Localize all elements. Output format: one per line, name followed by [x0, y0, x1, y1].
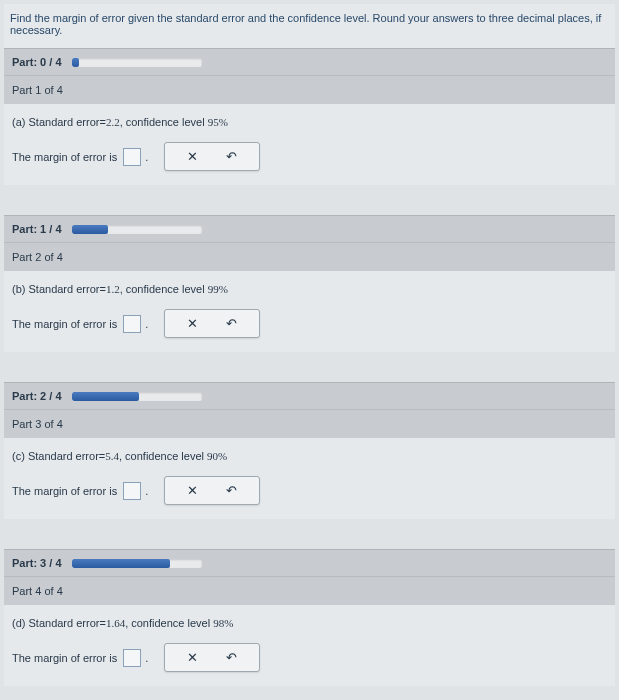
answer-input[interactable]: [123, 649, 141, 667]
progress-label: Part: 0 / 4: [12, 56, 62, 68]
spacer: [4, 185, 615, 215]
part-title-3: Part 3 of 4: [4, 409, 615, 438]
period: .: [145, 652, 148, 664]
question-body-1: (a) Standard error=2.2, confidence level…: [4, 104, 615, 185]
part-title-2: Part 2 of 4: [4, 242, 615, 271]
progress-fill: [72, 225, 108, 234]
se-value: 5.4: [105, 450, 119, 462]
conf-value: 98%: [213, 617, 233, 629]
q-prefix: (c) Standard error: [12, 450, 99, 462]
conf-value: 99%: [208, 283, 228, 295]
period: .: [145, 485, 148, 497]
conf-value: 90%: [207, 450, 227, 462]
q-prefix: (a) Standard error: [12, 116, 99, 128]
question-body-4: (d) Standard error=1.64, confidence leve…: [4, 605, 615, 686]
clear-icon[interactable]: ✕: [187, 316, 198, 331]
conf-text: , confidence level: [119, 450, 204, 462]
progress-row-2: Part: 2 / 4: [4, 382, 615, 409]
progress-track: [72, 559, 202, 568]
progress-track: [72, 225, 202, 234]
se-value: 2.2: [106, 116, 120, 128]
question-line: (c) Standard error=5.4, confidence level…: [12, 450, 607, 462]
progress-label: Part: 1 / 4: [12, 223, 62, 235]
clear-icon[interactable]: ✕: [187, 650, 198, 665]
answer-line: The margin of error is . ✕ ↶: [12, 643, 607, 672]
answer-line: The margin of error is . ✕ ↶: [12, 142, 607, 171]
progress-label: Part: 2 / 4: [12, 390, 62, 402]
question-line: (a) Standard error=2.2, confidence level…: [12, 116, 607, 128]
reset-icon[interactable]: ↶: [226, 483, 237, 498]
progress-row-0: Part: 0 / 4: [4, 48, 615, 75]
action-panel: ✕ ↶: [164, 643, 260, 672]
conf-text: , confidence level: [120, 283, 205, 295]
answer-label: The margin of error is: [12, 151, 117, 163]
clear-icon[interactable]: ✕: [187, 149, 198, 164]
question-line: (b) Standard error=1.2, confidence level…: [12, 283, 607, 295]
se-value: 1.64: [106, 617, 125, 629]
answer-input[interactable]: [123, 482, 141, 500]
period: .: [145, 151, 148, 163]
answer-label: The margin of error is: [12, 318, 117, 330]
reset-icon[interactable]: ↶: [226, 316, 237, 331]
q-prefix: (b) Standard error: [12, 283, 99, 295]
conf-text: , confidence level: [125, 617, 210, 629]
progress-track: [72, 392, 202, 401]
progress-track: [72, 58, 202, 67]
part-title-1: Part 1 of 4: [4, 75, 615, 104]
conf-value: 95%: [208, 116, 228, 128]
reset-icon[interactable]: ↶: [226, 650, 237, 665]
action-panel: ✕ ↶: [164, 309, 260, 338]
reset-icon[interactable]: ↶: [226, 149, 237, 164]
action-panel: ✕ ↶: [164, 142, 260, 171]
progress-row-1: Part: 1 / 4: [4, 215, 615, 242]
answer-input[interactable]: [123, 148, 141, 166]
se-value: 1.2: [106, 283, 120, 295]
progress-row-3: Part: 3 / 4: [4, 549, 615, 576]
question-body-3: (c) Standard error=5.4, confidence level…: [4, 438, 615, 519]
clear-icon[interactable]: ✕: [187, 483, 198, 498]
progress-fill: [72, 392, 140, 401]
period: .: [145, 318, 148, 330]
spacer: [4, 519, 615, 549]
answer-input[interactable]: [123, 315, 141, 333]
spacer: [4, 352, 615, 382]
question-body-2: (b) Standard error=1.2, confidence level…: [4, 271, 615, 352]
question-line: (d) Standard error=1.64, confidence leve…: [12, 617, 607, 629]
part-title-4: Part 4 of 4: [4, 576, 615, 605]
action-panel: ✕ ↶: [164, 476, 260, 505]
instruction-text: Find the margin of error given the stand…: [10, 12, 601, 36]
answer-label: The margin of error is: [12, 652, 117, 664]
answer-label: The margin of error is: [12, 485, 117, 497]
progress-fill: [72, 58, 80, 67]
progress-label: Part: 3 / 4: [12, 557, 62, 569]
conf-text: , confidence level: [120, 116, 205, 128]
progress-fill: [72, 559, 171, 568]
q-prefix: (d) Standard error: [12, 617, 99, 629]
instruction-header: Find the margin of error given the stand…: [4, 4, 615, 48]
answer-line: The margin of error is . ✕ ↶: [12, 476, 607, 505]
answer-line: The margin of error is . ✕ ↶: [12, 309, 607, 338]
